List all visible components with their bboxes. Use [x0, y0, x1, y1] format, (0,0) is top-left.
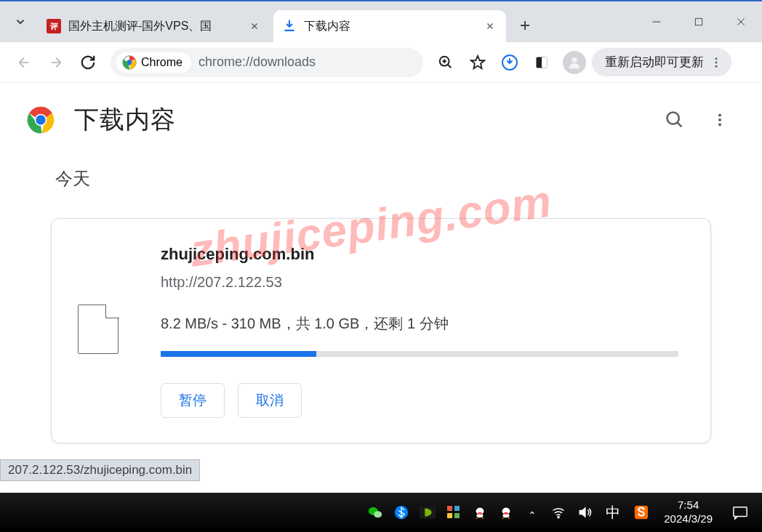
tab-0[interactable]: 评 国外主机测评-国外VPS、国	[38, 10, 270, 42]
download-progress-fill	[161, 351, 316, 357]
svg-point-16	[718, 118, 721, 121]
download-filename: zhujiceping.com.bin	[161, 245, 678, 264]
window-close-button[interactable]	[720, 1, 762, 42]
svg-rect-29	[478, 512, 483, 515]
tab-strip: 评 国外主机测评-国外VPS、国 下载内容	[0, 1, 762, 42]
zoom-icon[interactable]	[430, 47, 461, 78]
search-downloads-button[interactable]	[659, 104, 691, 136]
download-card: zhujiceping.com.bin http://207.2.122.53 …	[51, 218, 711, 443]
downloads-menu-button[interactable]	[704, 104, 736, 136]
profile-avatar[interactable]	[563, 51, 586, 74]
page-title: 下载内容	[74, 103, 646, 137]
update-chip[interactable]: 重新启动即可更新	[592, 48, 731, 76]
wifi-tray-icon[interactable]	[548, 501, 569, 523]
svg-point-7	[572, 57, 577, 62]
tab-0-close-icon[interactable]	[247, 19, 262, 33]
back-button[interactable]	[9, 47, 39, 78]
qq-tray-icon-1[interactable]	[469, 501, 491, 523]
toolbar-right: 重新启动即可更新	[430, 47, 731, 78]
pause-button[interactable]: 暂停	[161, 383, 225, 418]
svg-rect-33	[505, 512, 509, 515]
omnibox-chip-label: Chrome	[141, 56, 183, 69]
date-group-label: 今天	[55, 167, 711, 190]
svg-point-9	[715, 61, 718, 63]
tray-chevron-icon[interactable]	[521, 501, 543, 523]
svg-rect-23	[454, 506, 460, 511]
download-progress-bar	[161, 351, 678, 357]
downloads-list: 今天 zhujiceping.com.bin http://207.2.122.…	[0, 148, 762, 443]
svg-point-19	[374, 511, 382, 517]
svg-rect-6	[542, 57, 548, 68]
status-tooltip: 207.2.122.53/zhujiceping.com.bin	[0, 459, 200, 481]
download-icon	[282, 19, 297, 33]
cancel-button[interactable]: 取消	[238, 383, 302, 418]
svg-point-34	[558, 517, 559, 518]
clock-time: 7:54	[664, 499, 713, 512]
wechat-tray-icon[interactable]	[364, 501, 386, 523]
svg-rect-22	[447, 506, 452, 511]
tab-favicon-red: 评	[47, 19, 61, 33]
svg-rect-36	[734, 507, 747, 517]
download-progress-text: 8.2 MB/s - 310 MB，共 1.0 GB，还剩 1 分钟	[161, 314, 678, 334]
notification-center-icon[interactable]	[724, 501, 756, 523]
svg-point-17	[718, 123, 721, 126]
taskbar-clock[interactable]: 7:54 2024/3/29	[657, 499, 720, 526]
window-maximize-button[interactable]	[678, 1, 720, 42]
menu-dots-icon	[710, 56, 723, 69]
bluetooth-tray-icon[interactable]	[390, 501, 412, 523]
download-url[interactable]: http://207.2.122.53	[161, 274, 678, 291]
update-label: 重新启动即可更新	[605, 54, 704, 70]
reading-list-icon[interactable]	[526, 47, 557, 78]
tab-1[interactable]: 下载内容	[273, 10, 506, 42]
page-header: 下载内容	[0, 83, 762, 148]
svg-point-13	[36, 115, 45, 124]
volume-tray-icon[interactable]	[574, 501, 595, 523]
qq-tray-icon-2[interactable]	[495, 501, 517, 523]
chrome-icon	[122, 55, 137, 70]
forward-button[interactable]	[41, 47, 71, 78]
tab-search-chevron[interactable]	[6, 7, 35, 36]
svg-rect-24	[447, 513, 452, 518]
app-tray-icon[interactable]	[443, 501, 465, 523]
svg-point-14	[667, 113, 679, 124]
nvidia-tray-icon[interactable]	[417, 501, 438, 523]
download-body: zhujiceping.com.bin http://207.2.122.53 …	[161, 245, 678, 418]
bookmark-icon[interactable]	[462, 47, 493, 78]
tab-1-title: 下载内容	[304, 19, 477, 34]
reload-button[interactable]	[73, 47, 103, 78]
download-actions: 暂停 取消	[161, 383, 678, 418]
clock-date: 2024/3/29	[664, 512, 713, 526]
omnibox-chip: Chrome	[116, 52, 191, 73]
taskbar: 中 7:54 2024/3/29	[0, 493, 762, 532]
tab-1-close-icon[interactable]	[483, 19, 497, 33]
svg-point-10	[715, 65, 718, 67]
ime-lang-indicator[interactable]: 中	[600, 503, 626, 523]
svg-point-15	[718, 114, 721, 117]
new-tab-button[interactable]	[512, 12, 538, 39]
sogou-ime-icon[interactable]	[630, 501, 652, 523]
tab-0-title: 国外主机测评-国外VPS、国	[68, 19, 241, 34]
window-controls	[635, 1, 762, 42]
file-icon	[78, 305, 119, 354]
svg-point-8	[715, 57, 718, 60]
svg-rect-25	[454, 513, 460, 518]
svg-rect-0	[695, 18, 702, 25]
chrome-logo-icon	[26, 105, 55, 134]
toolbar: Chrome chrome://downloads 重新启动即可更新	[0, 42, 762, 83]
omnibox[interactable]: Chrome chrome://downloads	[111, 48, 423, 77]
omnibox-url: chrome://downloads	[198, 55, 316, 70]
downloads-toolbar-icon[interactable]	[494, 47, 525, 78]
window-minimize-button[interactable]	[635, 1, 678, 42]
